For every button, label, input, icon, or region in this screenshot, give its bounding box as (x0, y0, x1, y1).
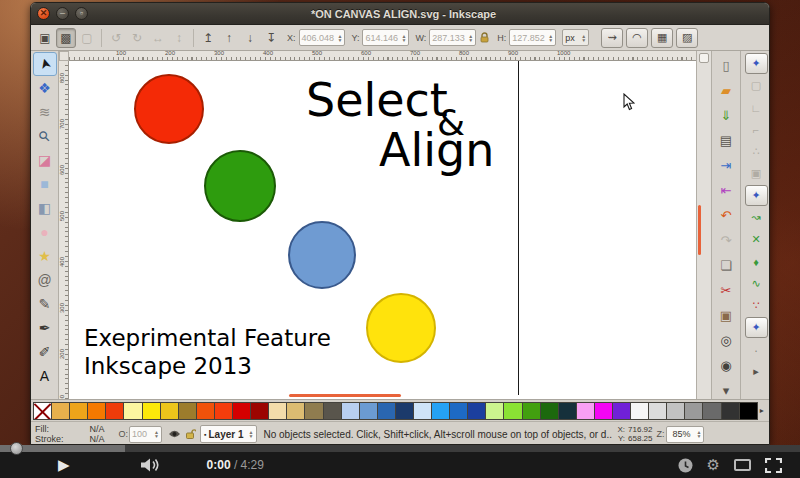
palette-swatch-34[interactable] (648, 402, 667, 420)
layer-dropdown[interactable]: ▪ Layer 1 ▲▼ (200, 425, 257, 443)
save-document-button[interactable]: ⇓ (714, 103, 738, 127)
affect-corner-scale-button[interactable]: ◠ (626, 28, 648, 48)
snap-path-intersections-button[interactable]: ✕ (745, 229, 768, 250)
cut-button[interactable]: ✂ (714, 278, 738, 302)
snap-bbox-corners-button[interactable]: ⌐ (745, 119, 768, 140)
affect-stroke-scale-button[interactable]: ⇝ (601, 28, 623, 48)
palette-swatch-3[interactable] (87, 402, 106, 420)
palette-swatch-11[interactable] (232, 402, 251, 420)
raise-to-top-button[interactable]: ↥ (198, 28, 218, 48)
node-editor-tool-button[interactable]: ❖ (33, 76, 57, 100)
window-minimize-button[interactable]: – (56, 7, 69, 20)
spiral-tool-button[interactable]: @ (33, 268, 57, 292)
affect-gradient-move-button[interactable]: ▦ (651, 28, 673, 48)
palette-swatch-18[interactable] (359, 402, 378, 420)
palette-swatch-14[interactable] (286, 402, 305, 420)
palette-swatch-29[interactable] (558, 402, 577, 420)
palette-swatch-1[interactable] (51, 402, 70, 420)
h-spinner[interactable]: ▲▼ (548, 34, 553, 42)
copy-button[interactable]: ❏ (714, 253, 738, 277)
vertical-scrollbar[interactable] (696, 51, 711, 399)
lock-ratio-icon[interactable] (479, 32, 490, 44)
selector-tool-button[interactable]: ➤ (33, 52, 57, 76)
theater-mode-icon[interactable] (734, 459, 751, 471)
palette-swatch-23[interactable] (449, 402, 468, 420)
palette-swatch-17[interactable] (341, 402, 360, 420)
palette-swatch-25[interactable] (485, 402, 504, 420)
window-maximize-button[interactable]: ▫ (75, 7, 88, 20)
pen-tool-button[interactable]: ✒ (33, 316, 57, 340)
snap-others-button[interactable]: ✦ (745, 317, 768, 338)
text-tool-button[interactable]: A (33, 364, 57, 388)
undo-button[interactable]: ↶ (714, 203, 738, 227)
palette-swatch-5[interactable] (123, 402, 142, 420)
palette-swatch-39[interactable] (739, 402, 758, 420)
fill-value[interactable]: N/A (90, 424, 105, 434)
palette-swatch-16[interactable] (323, 402, 342, 420)
rotate-cw-button[interactable]: ↻ (127, 28, 147, 48)
flip-horizontal-button[interactable]: ↔ (148, 28, 168, 48)
palette-swatch-38[interactable] (721, 402, 740, 420)
y-spinner[interactable]: ▲▼ (401, 34, 406, 42)
zoom-tool-button[interactable]: ⚲ (33, 124, 57, 148)
horizontal-ruler[interactable]: 1002003004005006007008009001000 (69, 51, 696, 61)
window-titlebar[interactable]: ✕ – ▫ *ON CANVAS ALIGN.svg - Inkscape (31, 3, 769, 25)
snap-bbox-edges-button[interactable]: ∟ (745, 97, 768, 118)
canvas-text-caption2[interactable]: Inkscape 2013 (84, 355, 252, 378)
palette-swatch-12[interactable] (250, 402, 269, 420)
stroke-value[interactable]: N/A (90, 434, 105, 444)
window-close-button[interactable]: ✕ (37, 7, 50, 20)
palette-swatch-10[interactable] (214, 402, 233, 420)
palette-swatch-35[interactable] (666, 402, 685, 420)
raise-button[interactable]: ↑ (219, 28, 239, 48)
redo-button[interactable]: ↷ (714, 228, 738, 252)
palette-swatch-0[interactable] (33, 402, 52, 420)
star-tool-button[interactable]: ★ (33, 244, 57, 268)
print-document-button[interactable]: ▤ (714, 128, 738, 152)
palette-swatch-19[interactable] (377, 402, 396, 420)
open-document-button[interactable]: ▰ (714, 78, 738, 102)
h-field[interactable]: 127.852 ▲▼ (509, 29, 556, 46)
select-all-button[interactable]: ▣ (35, 28, 55, 48)
flip-vertical-button[interactable]: ↕ (169, 28, 189, 48)
tweak-tool-button[interactable]: ≋ (33, 100, 57, 124)
palette-swatch-37[interactable] (702, 402, 721, 420)
play-icon[interactable]: ▶ (58, 456, 70, 474)
palette-swatch-13[interactable] (268, 402, 287, 420)
snap-to-paths-button[interactable]: ↝ (745, 207, 768, 228)
vertical-scrollbar-thumb[interactable] (698, 205, 701, 255)
canvas[interactable]: Select & Align Exeprimental Feature Inks… (69, 61, 696, 399)
lower-to-bottom-button[interactable]: ↧ (261, 28, 281, 48)
palette-swatch-8[interactable] (178, 402, 197, 420)
snap-smooth-nodes-button[interactable]: ∿ (745, 273, 768, 294)
new-document-button[interactable]: ▯ (714, 53, 738, 77)
zoom-spinner[interactable]: ▲▼ (697, 430, 702, 438)
palette-swatch-33[interactable] (630, 402, 649, 420)
w-spinner[interactable]: ▲▼ (468, 34, 473, 42)
import-bitmap-button[interactable]: ⇥ (714, 153, 738, 177)
lower-button[interactable]: ↓ (240, 28, 260, 48)
scrollbar-top-button[interactable] (699, 53, 709, 63)
snap-overflow-button[interactable]: ▸ (745, 361, 768, 382)
affect-pattern-move-button[interactable]: ▨ (676, 28, 698, 48)
snap-cusp-nodes-button[interactable]: ♦ (745, 251, 768, 272)
video-progress-bar[interactable] (0, 445, 800, 452)
w-field[interactable]: 287.133 ▲▼ (429, 29, 476, 46)
palette-swatch-24[interactable] (467, 402, 486, 420)
eraser-tool-button[interactable]: ◪ (33, 148, 57, 172)
volume-icon[interactable] (140, 457, 162, 473)
rectangle-tool-button[interactable]: ■ (33, 172, 57, 196)
pencil-tool-button[interactable]: ✎ (33, 292, 57, 316)
green-circle[interactable] (204, 150, 276, 222)
snap-bbox-edge-midpoints-button[interactable]: ∴ (745, 141, 768, 162)
3dbox-tool-button[interactable]: ◧ (33, 196, 57, 220)
x-spinner[interactable]: ▲▼ (338, 34, 343, 42)
settings-gear-icon[interactable]: ⚙ (707, 456, 720, 474)
palette-scroll-arrow-icon[interactable]: ▸ (757, 406, 767, 415)
palette-swatch-36[interactable] (684, 402, 703, 420)
palette-swatch-21[interactable] (413, 402, 432, 420)
paste-button[interactable]: ▣ (714, 303, 738, 327)
snap-bbox-centers-button[interactable]: ▣ (745, 163, 768, 184)
blue-circle[interactable] (288, 221, 356, 289)
palette-swatch-7[interactable] (160, 402, 179, 420)
